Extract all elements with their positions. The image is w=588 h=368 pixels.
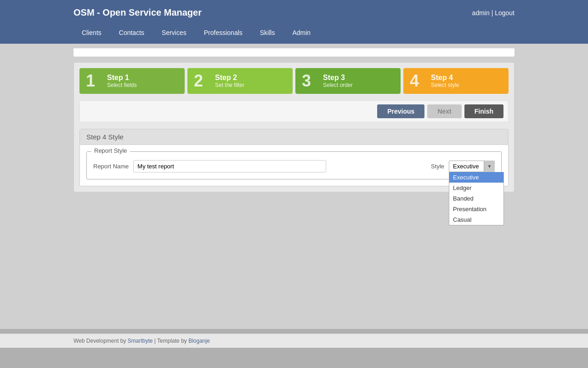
nav-clients[interactable]: Clients	[74, 25, 110, 40]
steps-row: 1 Step 1 Select fields 2 Step 2 Set the …	[79, 68, 509, 94]
report-style-group: Report Style Report Name Style Executive…	[86, 151, 502, 179]
dropdown-item-banded[interactable]: Banded	[449, 193, 503, 204]
report-name-group: Report Name	[93, 160, 326, 172]
step4-area: Step 4 Style Report Style Report Name St…	[79, 129, 509, 186]
footer-text2: | Template by	[153, 338, 189, 344]
style-selected-value: Executive	[453, 163, 479, 170]
dropdown-item-executive[interactable]: Executive	[449, 172, 503, 183]
step-1-label: Step 1	[107, 74, 137, 82]
nav-contacts[interactable]: Contacts	[111, 25, 153, 40]
previous-button[interactable]: Previous	[377, 104, 424, 118]
step-3-text: Step 3 Select order	[323, 74, 353, 88]
style-select-wrapper[interactable]: Executive ▼ Executive Ledger Banded Pres…	[449, 161, 495, 172]
finish-button[interactable]: Finish	[464, 104, 503, 118]
style-label: Style	[431, 163, 444, 170]
step-4-sub: Select style	[431, 82, 459, 88]
steps-panel: 1 Step 1 Select fields 2 Step 2 Set the …	[74, 62, 514, 192]
step-4-label: Step 4	[431, 74, 459, 82]
footer-link2[interactable]: Bloganje	[188, 338, 210, 344]
footer: Web Development by Smartbyte | Template …	[0, 334, 588, 348]
dropdown-item-casual[interactable]: Casual	[449, 214, 503, 225]
step-2-number: 2	[194, 73, 210, 89]
nav-professionals[interactable]: Professionals	[196, 25, 251, 40]
step-3: 3 Step 3 Select order	[295, 68, 401, 94]
footer-link1[interactable]: Smartbyte	[128, 338, 153, 344]
report-name-label: Report Name	[93, 163, 129, 170]
username: admin	[472, 9, 490, 17]
nav-skills[interactable]: Skills	[252, 25, 283, 40]
style-dropdown[interactable]: Executive Ledger Banded Presentation Cas…	[449, 172, 504, 225]
step-1: 1 Step 1 Select fields	[79, 68, 185, 94]
footer-text1: Web Development by	[74, 338, 128, 344]
step-3-number: 3	[302, 73, 318, 89]
step-1-text: Step 1 Select fields	[107, 74, 137, 88]
header: OSM - Open Service Manager admin | Logou…	[0, 0, 588, 25]
step-2-sub: Set the filter	[215, 82, 244, 88]
style-group: Style Executive ▼ Executive Ledger Bande…	[431, 161, 495, 172]
nav-admin[interactable]: Admin	[284, 25, 319, 40]
step-4-text: Step 4 Select style	[431, 74, 459, 88]
step-2: 2 Step 2 Set the filter	[187, 68, 293, 94]
nav-buttons: Previous Next Finish	[79, 100, 509, 122]
step-4: 4 Step 4 Select style	[403, 68, 509, 94]
report-style-content: Report Name Style Executive ▼ Executive	[87, 152, 501, 179]
dropdown-item-presentation[interactable]: Presentation	[449, 204, 503, 214]
step-3-sub: Select order	[323, 82, 353, 88]
content-wrapper: 1 Step 1 Select fields 2 Step 2 Set the …	[0, 44, 588, 329]
logout-link[interactable]: Logout	[495, 9, 514, 17]
step4-title: Step 4 Style	[80, 129, 508, 145]
top-bar	[74, 48, 514, 57]
app-title: OSM - Open Service Manager	[74, 7, 202, 18]
step-1-sub: Select fields	[107, 82, 137, 88]
select-arrow-icon: ▼	[484, 161, 495, 172]
dropdown-item-ledger[interactable]: Ledger	[449, 183, 503, 193]
step-2-label: Step 2	[215, 74, 244, 82]
navigation: Clients Contacts Services Professionals …	[0, 25, 588, 44]
report-style-legend: Report Style	[91, 147, 130, 154]
step-2-text: Step 2 Set the filter	[215, 74, 244, 88]
header-user: admin | Logout	[472, 9, 514, 17]
step-4-number: 4	[410, 73, 426, 89]
step-1-number: 1	[86, 73, 102, 89]
nav-services[interactable]: Services	[153, 25, 195, 40]
next-button: Next	[427, 104, 461, 118]
report-name-input[interactable]	[133, 160, 326, 172]
step-3-label: Step 3	[323, 74, 353, 82]
